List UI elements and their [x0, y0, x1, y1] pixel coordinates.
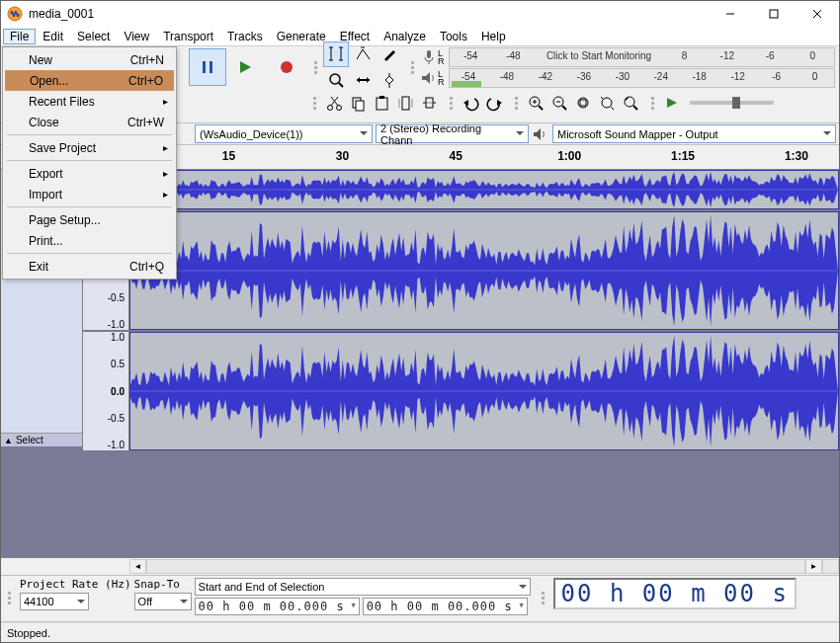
menubar: File Edit Select View Transport Tracks G… [1, 27, 839, 46]
selection-end-time[interactable]: 00 h 00 m 00.000 s [363, 598, 528, 615]
playback-meter[interactable]: -54 -48 -42 -36 -30 -24 -18 -12 -6 0 [449, 68, 836, 88]
speaker-icon[interactable] [420, 69, 438, 87]
menu-item-import[interactable]: Import▸ [5, 184, 174, 204]
menu-file[interactable]: File [3, 29, 36, 44]
draw-tool[interactable] [377, 41, 402, 67]
project-rate-combo[interactable]: 44100 [20, 593, 89, 610]
window-title: media_0001 [29, 7, 709, 21]
grip-icon[interactable] [411, 49, 417, 85]
grip-icon[interactable] [313, 85, 319, 121]
svg-rect-6 [210, 61, 212, 73]
fit-project-button[interactable] [595, 91, 619, 115]
menu-item-export[interactable]: Export▸ [5, 163, 174, 184]
meter-lr-label: L R [438, 49, 445, 65]
grip-icon[interactable] [8, 578, 14, 617]
svg-rect-52 [580, 100, 586, 106]
tools-grid [323, 41, 402, 94]
meter-num: -42 [526, 71, 564, 82]
copy-button[interactable] [346, 91, 370, 115]
waveform-channel[interactable] [129, 211, 839, 330]
scale-label: -0.5 [83, 413, 125, 424]
zoom-toggle-button[interactable] [619, 91, 642, 115]
selection-type-combo[interactable]: Start and End of Selection [195, 578, 531, 596]
menu-item-page-setup[interactable]: Page Setup... [5, 209, 174, 230]
menu-tools[interactable]: Tools [433, 29, 474, 44]
playback-device-combo[interactable]: Microsoft Sound Mapper - Output [552, 124, 836, 143]
fit-selection-button[interactable] [571, 91, 595, 115]
meter-click-text[interactable]: Click to Start Monitoring [535, 50, 663, 61]
horizontal-scrollbar[interactable]: ◄ ► [1, 558, 839, 575]
meter-num: -18 [680, 71, 718, 82]
grip-icon[interactable] [515, 85, 521, 121]
svg-marker-59 [667, 98, 677, 108]
recording-meter[interactable]: -54 -48 Click to Start Monitoring 8 -12 … [449, 47, 836, 67]
grip-icon[interactable] [314, 49, 320, 85]
pause-button[interactable] [189, 48, 226, 86]
scroll-up-button[interactable] [822, 559, 839, 574]
undo-button[interactable] [459, 91, 482, 115]
menu-item-close[interactable]: CloseCtrl+W [5, 112, 174, 132]
selection-tool[interactable] [323, 41, 349, 67]
maximize-button[interactable] [752, 1, 796, 27]
scale-label: -0.5 [83, 292, 125, 303]
grip-icon[interactable] [651, 85, 657, 121]
recording-channels-combo[interactable]: 2 (Stereo) Recording Chann [376, 124, 529, 143]
menu-item-open[interactable]: Open...Ctrl+O [5, 70, 174, 91]
menu-item-new[interactable]: NewCtrl+N [5, 49, 174, 70]
play-speed-slider[interactable] [690, 101, 774, 105]
zoom-tool[interactable] [323, 68, 349, 94]
waveform-channel[interactable] [129, 332, 839, 450]
menu-item-save-project[interactable]: Save Project▸ [5, 137, 174, 158]
meter-lr-label: L R [438, 70, 445, 86]
menu-help[interactable]: Help [474, 29, 513, 44]
menu-view[interactable]: View [117, 29, 156, 44]
vertical-scale[interactable]: 1.0 0.5 0.0 -0.5 -1.0 [83, 332, 129, 450]
play-at-speed-button[interactable] [660, 91, 684, 115]
envelope-tool[interactable] [350, 41, 376, 67]
redo-button[interactable] [482, 91, 506, 115]
minimize-button[interactable] [709, 1, 752, 27]
ruler-tick: 30 [336, 149, 349, 163]
menu-item-recent-files[interactable]: Recent Files▸ [5, 91, 174, 112]
meter-num: -54 [450, 50, 492, 61]
svg-rect-34 [379, 96, 384, 99]
menu-item-print[interactable]: Print... [5, 230, 174, 251]
menu-select[interactable]: Select [70, 29, 117, 44]
meter-num: -48 [492, 50, 535, 61]
multi-tool[interactable] [377, 68, 402, 94]
paste-button[interactable] [370, 91, 393, 115]
grip-icon[interactable] [450, 85, 456, 121]
menu-edit[interactable]: Edit [36, 29, 70, 44]
mic-icon[interactable] [420, 48, 438, 66]
cut-button[interactable] [322, 91, 346, 115]
close-button[interactable] [796, 1, 839, 27]
menu-tracks[interactable]: Tracks [220, 29, 270, 44]
scroll-left-button[interactable]: ◄ [129, 559, 146, 574]
menu-transport[interactable]: Transport [156, 29, 220, 44]
speaker-icon [532, 125, 549, 143]
menu-item-exit[interactable]: ExitCtrl+Q [5, 256, 174, 277]
snap-to-combo[interactable]: Off [134, 593, 192, 610]
collapse-icon[interactable]: ▲ [4, 436, 13, 445]
svg-line-47 [539, 106, 543, 110]
waveform-channel[interactable] [129, 170, 839, 209]
zoom-in-button[interactable] [524, 91, 547, 115]
zoom-out-button[interactable] [547, 91, 571, 115]
timeshift-tool[interactable] [350, 68, 376, 94]
grip-icon[interactable] [542, 578, 547, 617]
svg-marker-60 [534, 128, 541, 140]
recording-device-combo[interactable]: (WsAudio_Device(1)) [195, 124, 373, 143]
ruler-tick: 15 [222, 149, 235, 163]
selection-start-time[interactable]: 00 h 00 m 00.000 s [195, 598, 360, 615]
record-button[interactable] [268, 48, 305, 86]
silence-button[interactable] [417, 91, 441, 115]
meter-num: 8 [663, 50, 706, 61]
play-button[interactable] [226, 48, 264, 86]
position-time-display[interactable]: 00 h 00 m 00 s [553, 578, 797, 609]
scroll-right-button[interactable]: ► [805, 559, 822, 574]
svg-marker-7 [240, 61, 251, 73]
trim-button[interactable] [393, 91, 417, 115]
svg-marker-20 [367, 77, 370, 83]
svg-line-55 [611, 107, 614, 110]
select-track-button[interactable]: Select [16, 435, 43, 445]
